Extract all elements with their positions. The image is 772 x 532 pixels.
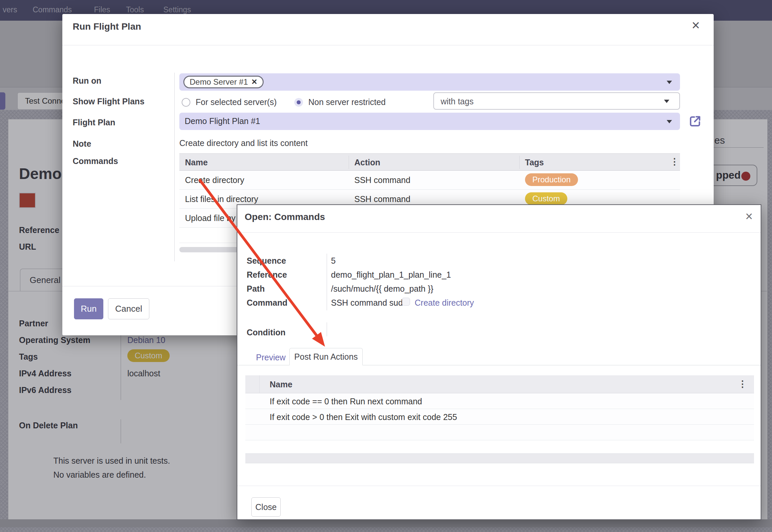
col-name[interactable]: Name xyxy=(270,380,292,389)
chevron-down-icon xyxy=(664,100,669,103)
command-value: SSH command sudo xyxy=(331,298,407,308)
close-button[interactable]: Close xyxy=(251,497,281,517)
flight-plan-label: Flight Plan xyxy=(73,118,115,127)
cell-action: SSH command xyxy=(354,175,410,185)
label-separator xyxy=(327,254,327,310)
open-commands-modal: Open: Commands × Sequence 5 Reference de… xyxy=(237,204,761,520)
reference-label: Reference xyxy=(247,270,287,280)
column-options-icon[interactable]: ⋮ xyxy=(738,379,747,389)
table-footer-band xyxy=(245,453,754,463)
col-name[interactable]: Name xyxy=(185,158,208,167)
close-icon[interactable]: × xyxy=(692,19,700,31)
table-row[interactable]: If exit code > 0 then Exit with custom e… xyxy=(245,409,754,425)
tab-post-run-actions[interactable]: Post Run Actions xyxy=(289,348,363,365)
col-divider xyxy=(259,375,260,393)
path-label: Path xyxy=(247,284,265,294)
flight-plan-value: Demo Flight Plan #1 xyxy=(185,116,260,126)
flight-plan-select[interactable]: Demo Flight Plan #1 xyxy=(179,113,680,130)
note-value: Create directory and list its content xyxy=(179,138,308,148)
condition-label: Condition xyxy=(247,328,286,337)
cell-name: Create directory xyxy=(185,175,244,185)
actions-table-header: Name ⋮ xyxy=(245,375,754,393)
radio-non-server-restricted[interactable] xyxy=(294,98,303,107)
run-on-label: Run on xyxy=(73,76,101,86)
with-tags-value: with tags xyxy=(441,97,474,106)
table-row[interactable]: If exit code == 0 then Run next command xyxy=(245,393,754,409)
server-tag-label: Demo Server #1 xyxy=(190,77,248,87)
modal-title: Run Flight Plan xyxy=(73,21,141,32)
col-divider xyxy=(519,156,520,169)
command-label: Command xyxy=(247,298,287,308)
radio-non-server-restricted-label[interactable]: Non server restricted xyxy=(308,97,386,107)
sudo-checkbox[interactable] xyxy=(402,298,410,306)
note-label: Note xyxy=(73,139,91,149)
column-options-icon[interactable]: ⋮ xyxy=(670,156,679,167)
chevron-down-icon xyxy=(667,81,672,84)
footer-divider xyxy=(237,486,761,486)
col-divider xyxy=(349,156,349,169)
create-directory-link[interactable]: Create directory xyxy=(415,298,474,308)
show-flight-plans-label: Show Flight Plans xyxy=(73,97,144,106)
cell-name: Upload file by xyxy=(185,213,235,223)
label-separator-2 xyxy=(327,322,327,336)
run-button[interactable]: Run xyxy=(74,298,103,319)
sequence-value: 5 xyxy=(331,256,336,266)
header-divider xyxy=(62,45,714,45)
tab-preview[interactable]: Preview xyxy=(256,353,286,362)
modal-title: Open: Commands xyxy=(245,212,325,222)
screen: vers Commands Files Tools Settings Test … xyxy=(0,0,772,532)
plan-table-header: Name Action Tags ⋮ xyxy=(179,153,680,171)
server-tag-pill[interactable]: Demo Server #1 ✕ xyxy=(183,76,264,88)
path-value: /such/much/{{ demo_path }} xyxy=(331,284,433,294)
commands-label: Commands xyxy=(73,156,118,166)
reference-value: demo_flight_plan_1_plan_line_1 xyxy=(331,270,451,280)
with-tags-select[interactable]: with tags xyxy=(433,92,680,110)
cell-action-name: If exit code == 0 then Run next command xyxy=(270,397,422,406)
chevron-down-icon xyxy=(667,120,672,123)
col-tags[interactable]: Tags xyxy=(525,158,544,167)
table-row[interactable]: Create directory SSH command Production xyxy=(179,171,680,190)
radio-for-selected-servers-label[interactable]: For selected server(s) xyxy=(196,97,277,107)
cell-action: SSH command xyxy=(354,194,410,204)
header-divider xyxy=(237,232,761,233)
table-empty-row xyxy=(245,425,754,440)
close-icon[interactable]: × xyxy=(745,210,753,222)
radio-for-selected-servers[interactable] xyxy=(182,98,190,107)
production-tag: Production xyxy=(525,173,578,186)
cell-name: List files in directory xyxy=(185,194,258,204)
remove-tag-icon[interactable]: ✕ xyxy=(251,78,257,86)
col-action[interactable]: Action xyxy=(354,158,380,167)
external-link-icon[interactable] xyxy=(688,114,702,129)
custom-tag: Custom xyxy=(525,192,567,205)
run-on-select[interactable]: Demo Server #1 ✕ xyxy=(179,73,680,91)
sequence-label: Sequence xyxy=(247,256,286,266)
cancel-button[interactable]: Cancel xyxy=(108,298,149,319)
label-separator xyxy=(174,73,175,261)
cell-action-name: If exit code > 0 then Exit with custom e… xyxy=(270,412,457,422)
